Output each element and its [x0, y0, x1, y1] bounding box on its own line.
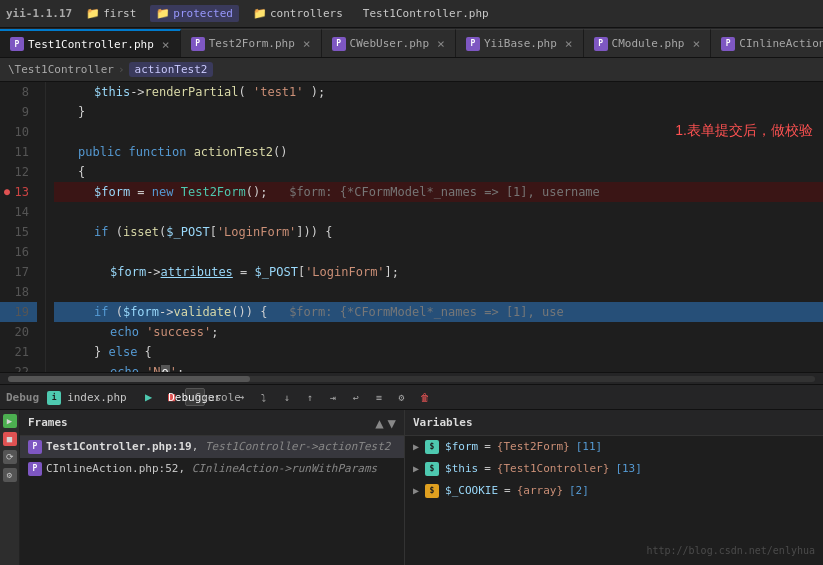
- debug-step-down[interactable]: ↓: [277, 388, 297, 406]
- var-eq-cookie: =: [504, 481, 511, 501]
- folder-icon: 📁: [86, 7, 100, 20]
- line-num-19: 19: [0, 302, 37, 322]
- frames-nav-down[interactable]: ▼: [388, 415, 396, 431]
- line-num-14: 14: [0, 202, 37, 222]
- var-val-this: {Test1Controller}: [497, 459, 610, 479]
- tab-close-icon[interactable]: ×: [692, 37, 700, 50]
- variables-panel: Variables ▶ $ $form = {Test2Form} [11] ▶…: [405, 410, 823, 565]
- tab-close-icon[interactable]: ×: [565, 37, 573, 50]
- var-count-this: [13]: [615, 459, 642, 479]
- path-segment-controller: \Test1Controller: [8, 63, 114, 76]
- tab-test1controller[interactable]: P Test1Controller.php ×: [0, 29, 181, 57]
- line-num-16: 16: [0, 242, 37, 262]
- debug-arrow-right[interactable]: →: [231, 388, 251, 406]
- var-arrow-form[interactable]: ▶: [413, 437, 419, 457]
- frames-panel: Frames ▲ ▼ P Test1Controller.php:19, Tes…: [20, 410, 405, 565]
- tab-close-icon[interactable]: ×: [303, 37, 311, 50]
- debug-tab-bar: Debug i index.php ▶ ■ Debugger Console →…: [0, 384, 823, 410]
- path-separator: ›: [118, 63, 125, 76]
- debug-skip[interactable]: ⇥: [323, 388, 343, 406]
- folder-icon: 📁: [156, 7, 170, 20]
- code-editor[interactable]: 8 9 10 11 12 13 14 15 16 17 18 19 20 21 …: [0, 82, 823, 372]
- code-line-16: [54, 242, 823, 262]
- code-line-11: public function actionTest2(): [54, 142, 823, 162]
- debug-eval[interactable]: ≡: [369, 388, 389, 406]
- sidebar-icon-3[interactable]: ⟳: [3, 450, 17, 464]
- horizontal-scrollbar[interactable]: [0, 372, 823, 384]
- var-arrow-cookie[interactable]: ▶: [413, 481, 419, 501]
- code-content: $this->renderPartial( 'test1' ); } publi…: [46, 82, 823, 372]
- tab-cinlineaction[interactable]: P CInlineAction.php ×: [711, 29, 823, 57]
- frames-nav-up[interactable]: ▲: [375, 415, 383, 431]
- debug-tab-console[interactable]: Console: [208, 388, 228, 406]
- menu-item-test1controller[interactable]: Test1Controller.php: [357, 5, 495, 22]
- frame-icon-1: P: [28, 462, 42, 476]
- line-num-9: 9: [0, 102, 37, 122]
- var-row-this[interactable]: ▶ $ $this = {Test1Controller} [13]: [405, 458, 823, 480]
- line-num-8: 8: [0, 82, 37, 102]
- code-line-13: $form = new Test2Form(); $form: {*CFormM…: [54, 182, 823, 202]
- variables-content: ▶ $ $form = {Test2Form} [11] ▶ $ $this =…: [405, 436, 823, 565]
- line-num-12: 12: [0, 162, 37, 182]
- code-line-19: if ($form->validate()) { $form: {*CFormM…: [54, 302, 823, 322]
- line-num-18: 18: [0, 282, 37, 302]
- var-val-form: {Test2Form}: [497, 437, 570, 457]
- var-arrow-this[interactable]: ▶: [413, 459, 419, 479]
- var-name-form: $form: [445, 437, 478, 457]
- var-count-form: [11]: [576, 437, 603, 457]
- frame-text-0: Test1Controller.php:19, Test1Controller-…: [46, 437, 390, 457]
- line-num-22: 22: [0, 362, 37, 372]
- sidebar-icon-4[interactable]: ⚙: [3, 468, 17, 482]
- tab-test2form[interactable]: P Test2Form.php ×: [181, 29, 322, 57]
- debug-sidebar: ▶ ■ ⟳ ⚙: [0, 410, 20, 565]
- php-icon: P: [191, 37, 205, 51]
- var-icon-this: $: [425, 462, 439, 476]
- menu-item-first[interactable]: 📁 first: [80, 5, 142, 22]
- sidebar-stop-icon[interactable]: ■: [3, 432, 17, 446]
- tab-yiibase[interactable]: P YiiBase.php ×: [456, 29, 584, 57]
- code-line-9: }: [54, 102, 823, 122]
- var-icon-cookie: $: [425, 484, 439, 498]
- var-val-cookie: {array}: [517, 481, 563, 501]
- scroll-track[interactable]: [8, 376, 815, 382]
- code-line-20: echo 'success';: [54, 322, 823, 342]
- menu-item-controllers[interactable]: 📁 controllers: [247, 5, 349, 22]
- debug-step-up[interactable]: ↑: [300, 388, 320, 406]
- debug-file-label: index.php: [67, 391, 127, 404]
- scroll-thumb[interactable]: [8, 376, 250, 382]
- tab-close-icon[interactable]: ×: [437, 37, 445, 50]
- var-row-form[interactable]: ▶ $ $form = {Test2Form} [11]: [405, 436, 823, 458]
- tab-close-icon[interactable]: ×: [162, 38, 170, 51]
- debug-file-icon: i: [47, 391, 61, 405]
- menu-item-protected[interactable]: 📁 protected: [150, 5, 239, 22]
- tab-cwebuser[interactable]: P CWebUser.php ×: [322, 29, 456, 57]
- variables-title: Variables: [413, 416, 473, 429]
- folder-icon: 📁: [253, 7, 267, 20]
- line-num-13: 13: [0, 182, 37, 202]
- code-line-21: } else {: [54, 342, 823, 362]
- code-line-15: if (isset($_POST['LoginForm'])) {: [54, 222, 823, 242]
- watermark: http://blog.csdn.net/enlyhua: [646, 541, 815, 561]
- frame-icon-0: P: [28, 440, 42, 454]
- debug-run-cursor[interactable]: ↩: [346, 388, 366, 406]
- debug-settings[interactable]: ⚙: [392, 388, 412, 406]
- code-line-17: $form->attributes = $_POST['LoginForm'];: [54, 262, 823, 282]
- code-line-8: $this->renderPartial( 'test1' );: [54, 82, 823, 102]
- tab-cmodule[interactable]: P CModule.php ×: [584, 29, 712, 57]
- debug-delete[interactable]: 🗑: [415, 388, 435, 406]
- frame-row-0[interactable]: P Test1Controller.php:19, Test1Controlle…: [20, 436, 404, 458]
- debug-step-over[interactable]: ⤵: [254, 388, 274, 406]
- php-icon: P: [721, 37, 735, 51]
- path-segment-action: actionTest2: [129, 62, 214, 77]
- var-eq-form: =: [484, 437, 491, 457]
- sidebar-play-icon[interactable]: ▶: [3, 414, 17, 428]
- debug-play-btn[interactable]: ▶: [139, 388, 159, 406]
- app-logo: yii-1.1.17: [6, 7, 72, 20]
- frame-row-1[interactable]: P CInlineAction.php:52, CInlineAction->r…: [20, 458, 404, 480]
- code-line-12: {: [54, 162, 823, 182]
- frames-nav: ▲ ▼: [375, 415, 396, 431]
- var-eq-this: =: [484, 459, 491, 479]
- var-row-cookie[interactable]: ▶ $ $_COOKIE = {array} [2]: [405, 480, 823, 502]
- frames-panel-header: Frames ▲ ▼: [20, 410, 404, 436]
- debug-label: Debug: [6, 391, 39, 404]
